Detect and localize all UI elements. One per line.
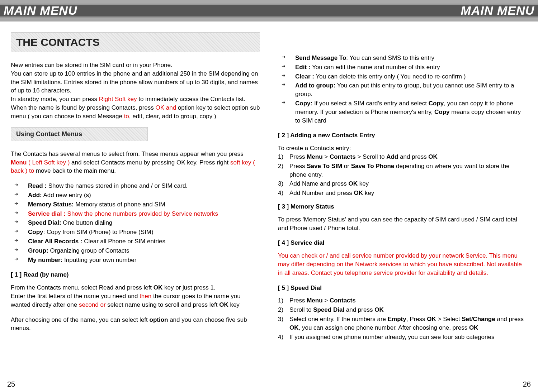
page-number-right: 26 — [523, 379, 531, 389]
page-numbers: 25 26 — [0, 379, 538, 389]
steps-list-5: 1) Press Menu > Contacts2) Scroll to Spe… — [278, 296, 527, 341]
list-item: Clear : You can delete this entry only (… — [278, 72, 527, 81]
memory-status-paragraph: To press 'Memory Status' and you can see… — [278, 215, 527, 233]
heading-4: [ 4 ] Service dial — [278, 239, 527, 247]
list-item: Service dial : Show the phone numbers pr… — [11, 210, 260, 218]
text-red: to — [124, 113, 129, 120]
text: and select Contacts menu by pressing OK … — [70, 159, 230, 166]
menu-bullet-list: Read : Show the names stored in phone an… — [11, 182, 260, 264]
text: select name using to scroll and press le… — [106, 301, 220, 308]
page-body: THE CONTACTS New entries can be stored i… — [0, 21, 538, 342]
heading-3: [ 3 ] Memory Status — [278, 202, 527, 211]
text-red: OK and — [155, 104, 176, 111]
list-item: Add to group: You can put this entry to … — [278, 81, 527, 99]
section-title: THE CONTACTS — [16, 35, 255, 50]
right-column: Send Message To: You can send SMS to thi… — [278, 32, 527, 342]
text: , edit, clear, add to group, copy ) — [129, 113, 216, 120]
list-item: 4) If you assigned one phone number alre… — [278, 333, 527, 341]
text: New entries can be stored in the SIM car… — [11, 62, 173, 68]
text-red: ( Left Soft key ) — [27, 159, 70, 166]
list-item: 4) Add Number and press OK key — [278, 189, 527, 197]
list-item: My number: Inputting your own number — [11, 256, 260, 264]
text-red: Menu — [11, 159, 27, 166]
text-bold: OK — [154, 284, 163, 291]
banner-title-left: MAIN MENU — [4, 2, 77, 19]
service-dial-paragraph: You can check or / and call service numb… — [278, 252, 527, 277]
list-item: 3) Add Name and press OK key — [278, 180, 527, 188]
text: Enter the first letters of the name you … — [11, 293, 140, 300]
section-title-box: THE CONTACTS — [11, 32, 260, 52]
list-item: 3) Select one entry. If the numbers are … — [278, 315, 527, 332]
subsection-title: Using Contact Menus — [16, 130, 142, 139]
heading-2: [ 2 ] Adding a new Contacts Entry — [278, 131, 527, 140]
banner-title-right: MAIN MENU — [461, 2, 534, 19]
list-item: 1) Press Menu > Contacts > Scroll to Add… — [278, 153, 527, 161]
text: You can store up to 100 entries in the p… — [11, 70, 258, 94]
list-item: Copy: If you select a SIM card's entry a… — [278, 99, 527, 125]
submenu-bullet-list: Send Message To: You can send SMS to thi… — [278, 54, 527, 125]
read-paragraph: From the Contacts menu, select Read and … — [11, 283, 260, 309]
text: In standby mode, you can press — [11, 96, 99, 102]
list-item: Read : Show the names stored in phone an… — [11, 182, 260, 190]
list-item: Memory Status: Memory status of phone an… — [11, 200, 260, 209]
list-item: Clear All Records : Clear all Phone or S… — [11, 237, 260, 246]
list-item: Send Message To: You can send SMS to thi… — [278, 54, 527, 62]
text-red: second or — [79, 301, 106, 308]
left-column: THE CONTACTS New entries can be stored i… — [11, 32, 260, 342]
list-item: Group: Organizing group of Contacts — [11, 247, 260, 255]
spacer — [278, 32, 527, 51]
text-red: then — [140, 293, 151, 300]
text: move back to the main menu. — [34, 167, 116, 174]
page-number-left: 25 — [7, 379, 15, 389]
text-red: Right Soft key — [99, 96, 137, 102]
header-banner: MAIN MENU MAIN MENU — [0, 0, 538, 21]
text: The Contacts has several menus to select… — [11, 150, 244, 157]
heading-5: [ 5 ] Speed Dial — [278, 284, 527, 292]
intro-paragraph: New entries can be stored in the SIM car… — [11, 61, 260, 121]
text: To create a Contacts entry: — [278, 144, 527, 153]
steps-list-2: 1) Press Menu > Contacts > Scroll to Add… — [278, 153, 527, 197]
menus-paragraph: The Contacts has several menus to select… — [11, 150, 260, 175]
list-item: Speed Dial: One button dialing — [11, 219, 260, 227]
list-item: Edit : You can edit the name and number … — [278, 63, 527, 72]
text: key or just press 1. — [162, 284, 215, 291]
list-item: Add: Add new entry (s) — [11, 191, 260, 200]
text: After choosing one of the name, you can … — [11, 316, 150, 323]
list-item: 1) Press Menu > Contacts — [278, 296, 527, 305]
text-bold: OK — [219, 301, 228, 308]
list-item: 2) Scroll to Speed Dial and press OK — [278, 306, 527, 314]
list-item: Copy: Copy from SIM (Phone) to Phone (SI… — [11, 228, 260, 236]
subsection-title-box: Using Contact Menus — [11, 127, 148, 141]
read-paragraph-2: After choosing one of the name, you can … — [11, 316, 260, 333]
text: From the Contacts menu, select Read and … — [11, 284, 154, 291]
text-bold: option — [150, 316, 168, 323]
text: key — [228, 301, 240, 308]
list-item: 2) Press Save To SIM or Save To Phone de… — [278, 162, 527, 179]
heading-1: [ 1 ] Read (by name) — [11, 271, 260, 279]
